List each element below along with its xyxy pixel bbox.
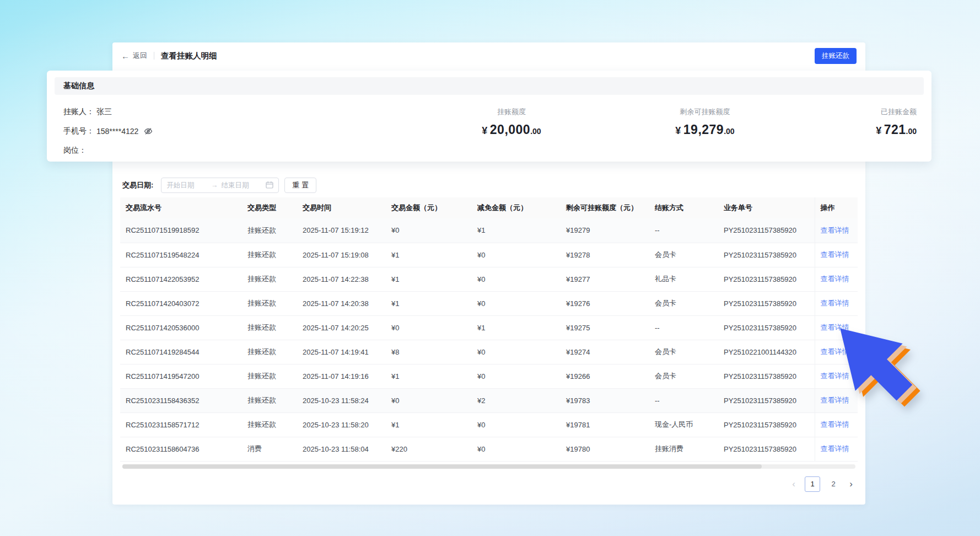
table-cell: ¥19278 bbox=[561, 243, 649, 267]
date-range-picker[interactable]: 开始日期 → 结束日期 bbox=[161, 178, 279, 193]
start-date-placeholder: 开始日期 bbox=[166, 181, 208, 190]
table-cell: 2025-10-23 11:58:20 bbox=[297, 412, 386, 437]
view-detail-link[interactable]: 查看详情 bbox=[821, 275, 849, 283]
table-cell: 会员卡 bbox=[649, 243, 718, 267]
action-cell: 查看详情 bbox=[815, 243, 858, 267]
table-cell: 挂账还款 bbox=[242, 267, 297, 291]
table-cell: ¥0 bbox=[386, 218, 472, 243]
table-cell: ¥2 bbox=[472, 388, 561, 412]
table-cell: 挂账还款 bbox=[242, 364, 297, 388]
view-detail-link[interactable]: 查看详情 bbox=[821, 444, 849, 453]
table-cell: ¥0 bbox=[472, 437, 561, 461]
table-body: RC2511071519918592挂账还款2025-11-07 15:19:1… bbox=[120, 218, 858, 461]
table-cell: PY2510231157385920 bbox=[718, 267, 815, 291]
table-header-row: 交易流水号交易类型交易时间交易金额（元）减免金额（元）剩余可挂账额度（元）结账方… bbox=[120, 197, 858, 218]
table-cell: 2025-11-07 14:19:41 bbox=[297, 340, 386, 364]
table-row: RC2511071419547200挂账还款2025-11-07 14:19:1… bbox=[120, 364, 858, 388]
eye-off-icon[interactable] bbox=[144, 127, 153, 136]
table-row: RC2511071420536000挂账还款2025-11-07 14:20:2… bbox=[120, 315, 858, 340]
stat-label: 挂账额度 bbox=[456, 107, 567, 117]
cursor-pointer-graphic bbox=[839, 326, 923, 411]
view-detail-link[interactable]: 查看详情 bbox=[821, 226, 849, 234]
table-row: RC2510231158604736消费2025-10-23 11:58:04¥… bbox=[120, 437, 858, 461]
table-cell: ¥1 bbox=[386, 291, 472, 315]
table-cell: RC2510231158604736 bbox=[120, 437, 242, 461]
table-cell: 2025-11-07 15:19:08 bbox=[297, 243, 386, 267]
table-cell: ¥1 bbox=[386, 412, 472, 437]
stat-value: ¥ 721.00 bbox=[876, 122, 917, 137]
stat-label: 剩余可挂账额度 bbox=[644, 107, 766, 117]
stat-credit-limit: 挂账额度 ¥ 20,000.00 bbox=[456, 107, 567, 137]
pagination-page-2[interactable]: 2 bbox=[827, 480, 840, 488]
view-detail-link[interactable]: 查看详情 bbox=[821, 299, 849, 307]
table-cell: ¥0 bbox=[472, 364, 561, 388]
column-header: 减免金额（元） bbox=[472, 197, 561, 218]
table-cell: PY2510231157385920 bbox=[718, 315, 815, 340]
back-button[interactable]: ← 返回 bbox=[121, 51, 147, 61]
table-cell: PY2510231157385920 bbox=[718, 218, 815, 243]
table-cell: RC2511071420536000 bbox=[120, 315, 242, 340]
field-label: 岗位： bbox=[63, 146, 87, 156]
horizontal-scrollbar-thumb[interactable] bbox=[122, 464, 762, 469]
table-cell: ¥19276 bbox=[561, 291, 649, 315]
field-value: 张三 bbox=[96, 107, 112, 117]
table-row: RC2511071519548224挂账还款2025-11-07 15:19:0… bbox=[120, 243, 858, 267]
table-cell: 会员卡 bbox=[649, 291, 718, 315]
stat-value: ¥ 20,000.00 bbox=[456, 122, 567, 137]
back-arrow-icon: ← bbox=[121, 52, 130, 60]
stat-value: ¥ 19,279.00 bbox=[644, 122, 766, 137]
table-cell: ¥0 bbox=[386, 388, 472, 412]
panel-header: ← 返回 查看挂账人明细 挂账还款 bbox=[112, 42, 865, 69]
view-detail-link[interactable]: 查看详情 bbox=[821, 250, 849, 259]
column-header: 结账方式 bbox=[649, 197, 718, 218]
field-phone: 手机号： 158****4122 bbox=[63, 127, 153, 135]
table-cell: ¥0 bbox=[472, 412, 561, 437]
pagination-next-icon[interactable]: › bbox=[847, 479, 855, 490]
table-cell: 现金-人民币 bbox=[649, 412, 718, 437]
column-header: 交易金额（元） bbox=[386, 197, 472, 218]
table-cell: 会员卡 bbox=[649, 340, 718, 364]
table-cell: ¥1 bbox=[472, 315, 561, 340]
table-cell: 挂账还款 bbox=[242, 218, 297, 243]
table-cell: PY2510231157385920 bbox=[718, 437, 815, 461]
table-cell: -- bbox=[649, 218, 718, 243]
table-cell: 2025-11-07 15:19:12 bbox=[297, 218, 386, 243]
table-cell: 挂账还款 bbox=[242, 412, 297, 437]
stat-label: 已挂账金额 bbox=[876, 107, 917, 117]
table-cell: 礼品卡 bbox=[649, 267, 718, 291]
table-cell: ¥19780 bbox=[561, 437, 649, 461]
view-detail-link[interactable]: 查看详情 bbox=[821, 420, 849, 428]
table-cell: ¥220 bbox=[386, 437, 472, 461]
pagination-prev-icon[interactable]: ‹ bbox=[789, 479, 798, 490]
table-cell: ¥0 bbox=[472, 291, 561, 315]
field-label: 手机号： bbox=[63, 126, 94, 136]
table-cell: PY2510231157385920 bbox=[718, 243, 815, 267]
table-cell: -- bbox=[649, 315, 718, 340]
table-cell: ¥19277 bbox=[561, 267, 649, 291]
header-divider bbox=[154, 52, 154, 60]
reset-button[interactable]: 重 置 bbox=[284, 178, 316, 193]
table-cell: ¥19279 bbox=[561, 218, 649, 243]
table-cell: PY2510231157385920 bbox=[718, 388, 815, 412]
table-cell: 挂账消费 bbox=[649, 437, 718, 461]
page-title: 查看挂账人明细 bbox=[161, 51, 217, 61]
table-cell: RC2510231158571712 bbox=[120, 412, 242, 437]
horizontal-scrollbar-track bbox=[122, 464, 855, 469]
repay-button[interactable]: 挂账还款 bbox=[815, 48, 857, 64]
pagination-page-1[interactable]: 1 bbox=[805, 476, 820, 492]
table-row: RC2510231158436352挂账还款2025-10-23 11:58:2… bbox=[120, 388, 858, 412]
table-row: RC2511071419284544挂账还款2025-11-07 14:19:4… bbox=[120, 340, 858, 364]
table-cell: ¥0 bbox=[472, 267, 561, 291]
table-cell: PY2510231157385920 bbox=[718, 412, 815, 437]
action-cell: 查看详情 bbox=[815, 291, 858, 315]
basic-info-title: 基础信息 bbox=[55, 77, 924, 95]
table-cell: 会员卡 bbox=[649, 364, 718, 388]
column-header: 交易流水号 bbox=[120, 197, 242, 218]
table-cell: ¥1 bbox=[386, 243, 472, 267]
table-cell: 2025-11-07 14:20:25 bbox=[297, 315, 386, 340]
column-header: 业务单号 bbox=[718, 197, 815, 218]
table-cell: 2025-10-23 11:58:24 bbox=[297, 388, 386, 412]
back-label: 返回 bbox=[133, 51, 147, 61]
field-value: 158****4122 bbox=[96, 127, 138, 136]
action-cell: 查看详情 bbox=[815, 267, 858, 291]
